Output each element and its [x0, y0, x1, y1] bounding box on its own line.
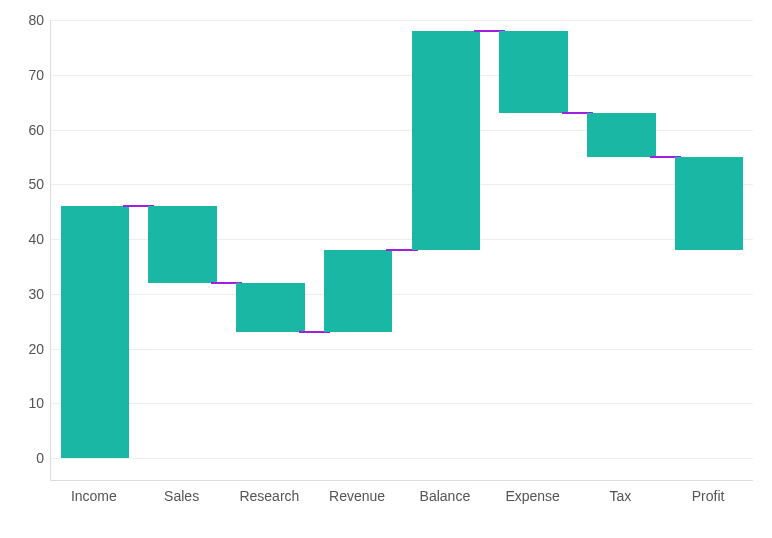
- y-tick-label: 30: [0, 286, 44, 302]
- x-tick-label: Revenue: [313, 488, 401, 504]
- bar-revenue: [324, 250, 392, 332]
- bar-sales: [148, 206, 216, 283]
- y-tick-label: 40: [0, 231, 44, 247]
- bar-balance: [412, 31, 480, 250]
- x-tick-label: Balance: [401, 488, 489, 504]
- gridline: [51, 403, 753, 404]
- y-tick-label: 60: [0, 122, 44, 138]
- gridline: [51, 184, 753, 185]
- y-tick-label: 50: [0, 176, 44, 192]
- x-tick-label: Income: [50, 488, 138, 504]
- gridline: [51, 458, 753, 459]
- y-tick-label: 0: [0, 450, 44, 466]
- gridline: [51, 349, 753, 350]
- y-tick-label: 20: [0, 341, 44, 357]
- x-tick-label: Profit: [664, 488, 752, 504]
- bar-research: [236, 283, 304, 332]
- bar-expense: [499, 31, 567, 113]
- x-tick-label: Tax: [577, 488, 665, 504]
- gridline: [51, 75, 753, 76]
- plot-area: [50, 20, 753, 481]
- x-tick-label: Research: [226, 488, 314, 504]
- x-tick-label: Sales: [138, 488, 226, 504]
- gridline: [51, 294, 753, 295]
- y-tick-label: 70: [0, 67, 44, 83]
- bar-profit: [675, 157, 743, 250]
- x-tick-label: Expense: [489, 488, 577, 504]
- y-tick-label: 10: [0, 395, 44, 411]
- gridline: [51, 20, 753, 21]
- bar-income: [61, 206, 129, 458]
- bar-tax: [587, 113, 655, 157]
- y-tick-label: 80: [0, 12, 44, 28]
- waterfall-chart: 01020304050607080 IncomeSalesResearchRev…: [0, 0, 772, 538]
